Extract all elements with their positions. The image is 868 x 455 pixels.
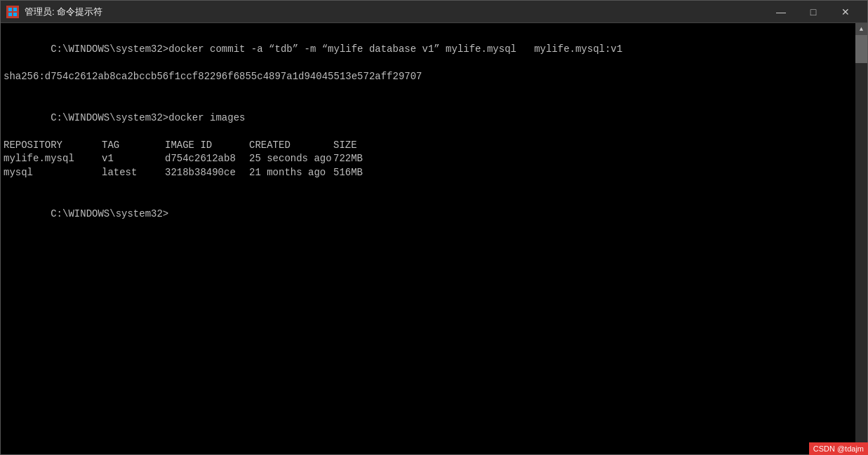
csdn-watermark: CSDN @tdajm <box>809 442 868 455</box>
close-button[interactable]: ✕ <box>829 1 862 23</box>
table-row-1: mylife.mysqlv1d754c2612ab825 seconds ago… <box>4 152 853 166</box>
line-1: C:\WINDOWS\system32>docker commit -a “td… <box>4 29 853 70</box>
cmd-1: docker commit -a “tdb” -m “mylife databa… <box>168 43 622 55</box>
prompt-2: C:\WINDOWS\system32> <box>51 112 168 123</box>
table-row-2: mysqllatest3218b38490ce21 months ago516M… <box>4 166 853 180</box>
prompt-3: C:\WINDOWS\system32> <box>51 208 168 219</box>
line-sha: sha256:d754c2612ab8ca2bccb56f1ccf82296f6… <box>4 70 853 84</box>
scrollbar-track[interactable] <box>855 35 867 442</box>
scroll-up-arrow[interactable]: ▲ <box>855 23 867 35</box>
svg-rect-2 <box>8 13 12 16</box>
main-area: C:\WINDOWS\system32>docker commit -a “td… <box>1 23 867 454</box>
cmd-window: 管理员: 命令提示符 — □ ✕ C:\WINDOWS\system32>doc… <box>0 0 868 455</box>
maximize-button[interactable]: □ <box>797 1 829 23</box>
svg-rect-1 <box>13 8 17 11</box>
window-title: 管理员: 命令提示符 <box>25 6 765 18</box>
line-blank-2 <box>4 180 853 194</box>
window-controls: — □ ✕ <box>765 1 862 23</box>
window-icon <box>6 6 19 18</box>
scrollbar-thumb[interactable] <box>855 35 867 63</box>
prompt-1: C:\WINDOWS\system32> <box>51 43 168 55</box>
line-docker-images: C:\WINDOWS\system32>docker images <box>4 97 853 139</box>
line-final-prompt: C:\WINDOWS\system32> <box>4 193 853 235</box>
terminal[interactable]: C:\WINDOWS\system32>docker commit -a “td… <box>1 23 855 454</box>
svg-rect-3 <box>13 13 17 16</box>
line-blank-1 <box>4 83 853 97</box>
cmd-2: docker images <box>168 112 245 123</box>
scrollbar[interactable]: ▲ ▼ <box>855 23 867 454</box>
svg-rect-0 <box>8 8 12 11</box>
minimize-button[interactable]: — <box>765 1 797 23</box>
table-header: REPOSITORYTAGIMAGE IDCREATEDSIZE <box>4 139 853 153</box>
title-bar: 管理员: 命令提示符 — □ ✕ <box>1 1 867 23</box>
